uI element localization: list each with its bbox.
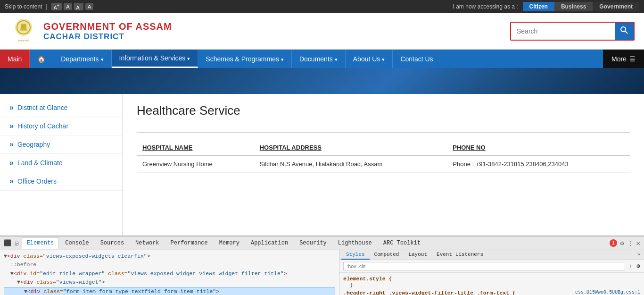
skip-link[interactable]: Skip to content [5, 3, 42, 10]
devtools-tab-performance[interactable]: Performance [165, 237, 213, 249]
devtools-tab-sources[interactable]: Sources [95, 237, 129, 249]
sidebar-item-land-climate[interactable]: » Land & Climate [0, 154, 122, 172]
devtools-tab-arc[interactable]: ARC Toolkit [378, 237, 426, 249]
html-line: ▼<div id="edit-title-wrapper" class="vie… [4, 270, 335, 278]
html-line: ▼<div class="views-exposed-widgets clear… [4, 252, 335, 261]
nav-home[interactable]: 🏠 [30, 50, 53, 68]
search-button[interactable] [615, 23, 634, 40]
devtools-layout-tab[interactable]: Layout [404, 250, 432, 260]
devtools-styles-tab[interactable]: Styles [341, 250, 370, 260]
table-header-row: HOSPITAL NAME HOSPITAL ADDRESS PHONE NO [137, 140, 630, 155]
font-size-controls: A+ A A- A [51, 3, 94, 11]
col-hospital-address: HOSPITAL ADDRESS [254, 140, 447, 155]
devtools-panel: ⬛ ◲ Elements Console Sources Network Per… [0, 236, 644, 295]
hospital-phone-cell: Phone : +91-3842-231815,238406,234043 [447, 155, 630, 173]
devtools-styles-content: element.style { } .header-right .views-w… [339, 273, 644, 295]
separator: | [46, 3, 47, 10]
devtools-tab-lighthouse[interactable]: Lighthouse [333, 237, 377, 249]
devtools-tab-application[interactable]: Application [246, 237, 293, 249]
css-rule-header-right: .header-right .views-widget-filter-title… [343, 290, 640, 295]
devtools-tab-console[interactable]: Console [60, 237, 94, 249]
search-input[interactable] [511, 24, 615, 39]
chevron-icon [187, 54, 190, 62]
new-style-rule-icon[interactable]: ⊕ [636, 262, 640, 270]
sidebar-item-office-orders[interactable]: » Office Orders [0, 172, 122, 191]
add-style-icon[interactable]: + [629, 263, 633, 270]
devtools-tab-security[interactable]: Security [294, 237, 332, 249]
css-source[interactable]: css_U15Wwo0.5UUBg.css:1 [575, 290, 640, 295]
expand-icon[interactable]: » [635, 250, 642, 260]
site-title: GOVERNMENT OF ASSAM CACHAR DISTRICT [43, 21, 172, 42]
svg-text:सत्यमेव जयते: सत्यमेव जयते [17, 39, 29, 42]
chevron-icon [382, 55, 385, 63]
government-btn[interactable]: Government [593, 2, 639, 11]
sidebar-item-history[interactable]: » History of Cachar [0, 117, 122, 135]
html-line-selected[interactable]: ▼<div class="form-item form-type-textfie… [4, 287, 335, 295]
col-phone-no: PHONE NO [447, 140, 630, 155]
hamburger-icon: ☰ [629, 55, 636, 63]
citizen-btn[interactable]: Citizen [523, 2, 554, 11]
devtools-right-tab-bar: Styles Computed Layout Event Listeners » [339, 250, 644, 260]
page-title: Healthcare Service [137, 103, 630, 123]
nav-documents[interactable]: Documents [292, 50, 346, 68]
font-reset-btn[interactable]: A [85, 3, 93, 10]
search-box[interactable] [510, 22, 635, 41]
hospital-name-cell: Greenview Nursing Home [137, 155, 254, 173]
devtools-tab-network[interactable]: Network [130, 237, 164, 249]
site-header: सत्यमेव जयते GOVERNMENT OF ASSAM CACHAR … [0, 13, 644, 50]
bullet-icon: » [9, 122, 14, 130]
top-accessibility-bar: Skip to content | A+ A A- A I am now acc… [0, 0, 644, 13]
styles-filter-input[interactable] [343, 262, 625, 270]
svg-rect-3 [21, 24, 26, 28]
top-bar-right: I am now accessing as a : Citizen Busine… [453, 2, 639, 11]
business-btn[interactable]: Business [554, 2, 593, 11]
sidebar-label: Land & Climate [17, 159, 63, 167]
devtools-tab-bar: ⬛ ◲ Elements Console Sources Network Per… [0, 236, 644, 250]
search-icon [620, 26, 628, 34]
devtools-controls: 1 ⚙ ⋮ ✕ [610, 239, 640, 247]
main-content: Healthcare Service HOSPITAL NAME HOSPITA… [123, 94, 644, 236]
sidebar-label: Geography [17, 141, 50, 148]
styles-filter-row: + ⊕ [339, 260, 644, 273]
css-selector: element.style { [343, 276, 392, 282]
devtools-tab-memory[interactable]: Memory [214, 237, 245, 249]
bullet-icon: » [9, 177, 14, 185]
divider [137, 132, 630, 133]
govt-name: GOVERNMENT OF ASSAM [43, 21, 172, 32]
svg-point-6 [621, 27, 626, 32]
hospital-address-cell: Silchar N.S Avenue, Hialakandi Road, Ass… [254, 155, 447, 173]
bullet-icon: » [9, 140, 14, 149]
devtools-panel-toggle[interactable]: ⬛ ◲ [4, 239, 19, 247]
nav-contact-us[interactable]: Contact Us [393, 50, 441, 68]
sidebar-item-district-at-glance[interactable]: » District at Glance [0, 99, 122, 117]
devtools-event-listeners-tab[interactable]: Event Listeners [432, 250, 488, 260]
font-increase-btn[interactable]: A+ [51, 3, 62, 11]
sidebar-label: History of Cachar [17, 122, 68, 130]
close-icon[interactable]: ✕ [636, 239, 640, 247]
nav-more[interactable]: More ☰ [603, 50, 644, 68]
sidebar-item-geography[interactable]: » Geography [0, 135, 122, 154]
font-decrease-btn[interactable]: A- [74, 3, 83, 11]
nav-schemes[interactable]: Schemes & Programmes [198, 50, 292, 68]
html-line: ::before [4, 261, 335, 269]
nav-information-services[interactable]: Information & Services [112, 50, 198, 68]
svg-line-7 [625, 31, 627, 34]
chevron-icon [335, 55, 338, 63]
more-options-icon[interactable]: ⋮ [627, 239, 634, 247]
nav-departments[interactable]: Departments [53, 50, 111, 68]
devtools-tab-elements[interactable]: Elements [22, 237, 59, 249]
nav-about-us[interactable]: About Us [346, 50, 393, 68]
logo-area: सत्यमेव जयते GOVERNMENT OF ASSAM CACHAR … [9, 17, 172, 45]
accessing-label: I am now accessing as a : [453, 3, 518, 10]
nav-main[interactable]: Main [0, 50, 30, 68]
css-selector: .header-right .views-widget-filter-title… [343, 290, 516, 295]
devtools-html-panel: ▼<div class="views-exposed-widgets clear… [0, 250, 339, 295]
top-bar-left: Skip to content | A+ A A- A [5, 3, 93, 11]
devtools-styles-panel: Styles Computed Layout Event Listeners »… [339, 250, 644, 295]
devtools-computed-tab[interactable]: Computed [370, 250, 404, 260]
settings-icon[interactable]: ⚙ [620, 239, 624, 247]
notification-badge: 1 [610, 239, 617, 247]
svg-rect-4 [20, 28, 27, 31]
font-normal-btn[interactable]: A [64, 3, 72, 10]
sidebar-label: District at Glance [17, 104, 68, 111]
